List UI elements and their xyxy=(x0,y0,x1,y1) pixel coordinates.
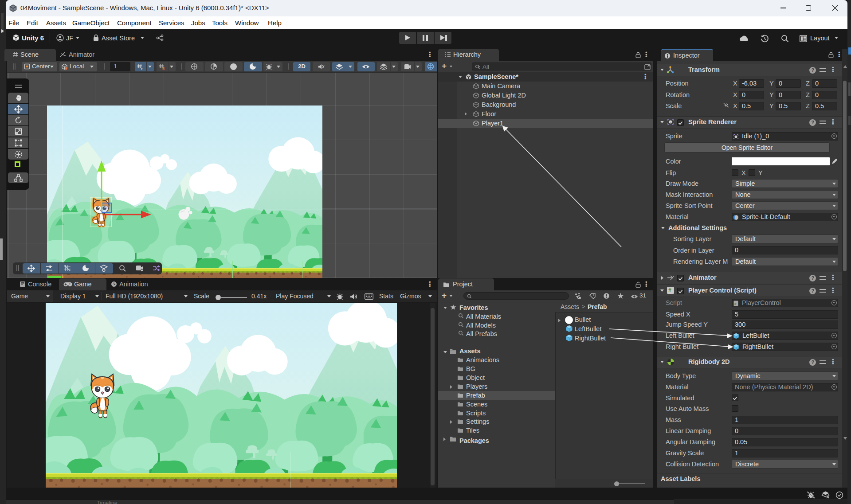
svg-text:Y: Y xyxy=(141,66,143,70)
svg-text:5: 5 xyxy=(162,66,165,70)
svg-text:#: # xyxy=(734,301,737,305)
